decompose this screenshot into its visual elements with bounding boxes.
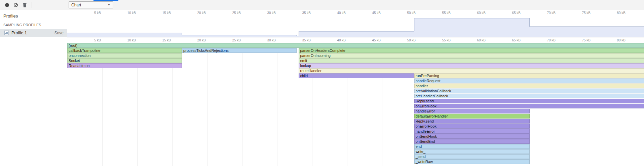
toolbar: Chart ▼	[0, 0, 644, 10]
gridline	[277, 43, 277, 166]
ruler-tick-label: 25 kB	[221, 38, 241, 42]
view-mode-select[interactable]: Chart ▼	[69, 1, 113, 8]
flame-frame[interactable]: handleError	[414, 109, 530, 113]
memory-profiler-panel: Chart ▼ Profiles SAMPLING PROFILES Profi…	[0, 0, 644, 166]
flame-frame[interactable]: onSendHook	[414, 134, 530, 139]
flame-frame[interactable]: onSendEnd	[414, 139, 530, 144]
ruler-tick-label: 45 kB	[361, 38, 381, 42]
ruler-tick-label: 55 kB	[430, 11, 451, 15]
chevron-down-icon: ▼	[108, 3, 110, 6]
flame-frame[interactable]: emit	[299, 58, 644, 63]
flame-frame[interactable]: handleError	[414, 129, 530, 134]
ruler-tick-label: 80 kB	[605, 11, 626, 15]
gridline	[207, 43, 207, 166]
ruler-tick-label: 80 kB	[605, 38, 626, 42]
profiles-sidebar: Profiles SAMPLING PROFILES Profile 1 Sav…	[0, 10, 67, 166]
flame-frame[interactable]: processTicksAndRejections	[182, 48, 297, 53]
flame-frame[interactable]: handler	[414, 84, 644, 88]
flame-frame[interactable]: Socket	[67, 58, 182, 63]
profile-name: Profile 1	[11, 31, 54, 35]
flame-frame[interactable]: onconnection	[67, 53, 182, 58]
flame-frame[interactable]: runPreParsing	[414, 73, 644, 78]
ruler-tick-label: 15 kB	[151, 38, 171, 42]
circle-slash-icon	[13, 3, 18, 7]
overview-svg	[67, 16, 644, 37]
flame-frame[interactable]: preValidationCallback	[414, 89, 644, 93]
ruler-tick-label: 40 kB	[326, 11, 346, 15]
flame-chart[interactable]: (root)callbackTrampolineprocessTicksAndR…	[67, 43, 644, 166]
clear-profiles-button[interactable]	[11, 1, 20, 9]
gridline	[242, 43, 242, 166]
view-mode-value: Chart	[71, 3, 81, 7]
ruler-tick-label: 65 kB	[500, 11, 521, 15]
flame-frame[interactable]: child	[299, 73, 414, 78]
active-tab-accent	[93, 0, 118, 1]
profile-icon	[4, 30, 9, 35]
ruler-tick-label: 25 kB	[221, 11, 241, 15]
ruler-tick-label: 70 kB	[535, 11, 556, 15]
overview-timeline[interactable]	[67, 16, 644, 37]
overview-ruler: 5 kB10 kB15 kB20 kB25 kB30 kB35 kB40 kB4…	[67, 10, 644, 16]
ruler-tick-label: 60 kB	[465, 38, 486, 42]
flame-frame[interactable]: onErrorHook	[414, 104, 644, 108]
ruler-tick-label: 5 kB	[81, 38, 101, 42]
flame-frame[interactable]: write_	[414, 149, 530, 154]
ruler-tick-label: 50 kB	[395, 11, 416, 15]
ruler-tick-label: 35 kB	[291, 11, 311, 15]
ruler-tick-label: 10 kB	[116, 11, 136, 15]
ruler-tick-label: 70 kB	[535, 38, 556, 42]
flame-frame[interactable]: _writeRaw	[414, 159, 530, 164]
detail-ruler: 5 kB10 kB15 kB20 kB25 kB30 kB35 kB40 kB4…	[67, 37, 644, 43]
ruler-tick-label: 60 kB	[465, 11, 486, 15]
flame-frame[interactable]: _send	[414, 154, 530, 159]
ruler-tick-label: 75 kB	[570, 11, 591, 15]
flame-frame[interactable]: preHandlerCallback	[414, 94, 644, 98]
ruler-tick-label: 45 kB	[361, 11, 381, 15]
ruler-tick-label: 30 kB	[256, 38, 276, 42]
flame-frame[interactable]: callbackTrampoline	[67, 48, 182, 53]
profile-list-item[interactable]: Profile 1 Save	[0, 29, 67, 37]
flame-frame[interactable]: lookup	[299, 63, 644, 68]
record-button[interactable]	[3, 1, 11, 9]
sampling-profiles-section-label: SAMPLING PROFILES	[0, 22, 67, 29]
ruler-tick-label: 65 kB	[500, 38, 521, 42]
flame-frame[interactable]: handleRequest	[414, 78, 644, 83]
toolbar-separator	[32, 2, 32, 8]
ruler-tick-label: 40 kB	[326, 38, 346, 42]
flame-frame[interactable]: end	[414, 144, 530, 149]
ruler-tick-label: 5 kB	[81, 11, 101, 15]
ruler-tick-label: 75 kB	[570, 38, 591, 42]
flame-frame[interactable]: Readable.on	[67, 63, 182, 68]
delete-profile-button[interactable]	[20, 1, 29, 9]
chart-panel: 5 kB10 kB15 kB20 kB25 kB30 kB35 kB40 kB4…	[67, 10, 644, 166]
sidebar-title: Profiles	[0, 10, 67, 22]
flame-frame[interactable]: defaultErrorHandler	[414, 114, 530, 119]
ruler-tick-label: 20 kB	[186, 38, 206, 42]
flame-frame[interactable]: (root)	[67, 43, 644, 48]
flame-frame[interactable]: Reply.send	[414, 99, 644, 103]
ruler-tick-label: 10 kB	[116, 38, 136, 42]
ruler-tick-label: 20 kB	[186, 11, 206, 15]
ruler-tick-label: 50 kB	[395, 38, 416, 42]
ruler-tick-label: 15 kB	[151, 11, 171, 15]
record-icon	[5, 3, 9, 7]
flame-frame[interactable]: onErrorHook	[414, 124, 530, 129]
ruler-tick-label: 30 kB	[256, 11, 276, 15]
save-profile-link[interactable]: Save	[54, 31, 64, 35]
flame-frame[interactable]: routeHandler	[299, 68, 644, 73]
flame-frame[interactable]: Reply.send	[414, 119, 530, 124]
ruler-tick-label: 55 kB	[430, 38, 451, 42]
flame-frame[interactable]: parserOnIncoming	[299, 53, 644, 58]
trash-icon	[23, 3, 27, 7]
ruler-tick-label: 35 kB	[291, 38, 311, 42]
flame-frame[interactable]: parserOnHeadersComplete	[299, 48, 644, 53]
